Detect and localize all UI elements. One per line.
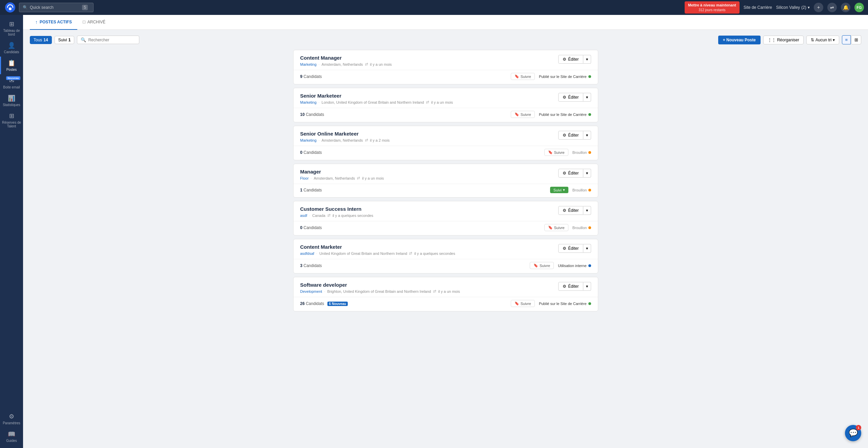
sidebar-item-params[interactable]: ⚙ Paramètres (0, 410, 23, 428)
bookmark-icon-5: 🔖 (548, 225, 553, 230)
chat-widget[interactable]: 💬 1 (845, 425, 861, 441)
new-badge-mailbox: Nouveau (6, 76, 20, 80)
job-title-4[interactable]: Manager (300, 169, 384, 175)
sidebar-item-guides[interactable]: 📖 Guides (0, 428, 23, 445)
status-badge-5: Brouillon (572, 226, 591, 230)
suivre-label-5: Suivre (554, 226, 565, 230)
job-search-wrap[interactable]: 🔍 (77, 36, 139, 44)
sort-button[interactable]: ⇅ Aucun tri ▾ (806, 36, 839, 44)
sidebar-item-stats[interactable]: 📊 Statistiques (0, 92, 23, 109)
candidates-count-7: 26 Candidats 6 Nouveau (300, 301, 348, 306)
job-actions-4: ⚙ Éditer ▾ (558, 169, 591, 178)
sidebar-item-candidates[interactable]: 👤 Candidats (0, 39, 23, 57)
job-dept-2: Marketing (300, 100, 317, 104)
candidates-suffix-3: Candidats (304, 150, 322, 155)
user-avatar[interactable]: FG (854, 3, 864, 12)
job-title-3[interactable]: Senior Online Marketeer (300, 131, 390, 137)
job-info-5: Customer Success Intern asdf · Canada ⇄ … (300, 206, 374, 218)
suivre-button-2[interactable]: 🔖 Suivre (511, 111, 535, 118)
notification-bell-icon[interactable]: 🔔 (841, 3, 850, 12)
logo[interactable] (4, 1, 16, 14)
edit-button-3[interactable]: ⚙ Éditer (558, 131, 583, 140)
sidebar-item-postes[interactable]: 📋 Postes (0, 57, 23, 74)
edit-dropdown-4[interactable]: ▾ (583, 169, 591, 178)
sidebar-item-reserves[interactable]: ⊞ Réserves de Talent (0, 109, 23, 131)
suivre-button-5[interactable]: 🔖 Suivre (544, 224, 568, 231)
sidebar-label-postes: Postes (6, 68, 17, 72)
job-meta-3: Marketing · Amsterdam, Netherlands ⇄ il … (300, 138, 390, 142)
job-location-1: Amsterdam, Netherlands (322, 62, 363, 66)
new-poste-button[interactable]: + Nouveau Poste (718, 36, 761, 44)
suivre-button-7[interactable]: 🔖 Suivre (511, 300, 535, 307)
job-card-4: Manager Floor · Amsterdam, Netherlands ⇄… (293, 164, 598, 198)
gear-icon-3: ⚙ (563, 133, 566, 138)
job-time-6: il y a quelques secondes (414, 251, 455, 256)
edit-dropdown-1[interactable]: ▾ (583, 55, 591, 64)
edit-button-7[interactable]: ⚙ Éditer (558, 282, 583, 291)
sidebar-label-guides: Guides (6, 439, 17, 443)
edit-dropdown-6[interactable]: ▾ (583, 244, 591, 253)
candidates-number-2: 10 (300, 112, 305, 117)
view-grid-button[interactable]: ⊞ (851, 35, 861, 44)
job-actions-3: ⚙ Éditer ▾ (558, 131, 591, 140)
status-label-2: Publié sur le Site de Carrière (539, 113, 587, 117)
status-badge-6: Utilisation interne (558, 264, 591, 268)
job-right-6: 🔖 Suivre Utilisation interne (530, 262, 591, 269)
job-title-5[interactable]: Customer Success Intern (300, 206, 374, 212)
job-title-1[interactable]: Content Manager (300, 55, 392, 61)
suivi-active-button-4[interactable]: Suivi ▾ (550, 187, 568, 193)
site-carriere-link[interactable]: Site de Carrière (744, 5, 772, 10)
edit-button-6[interactable]: ⚙ Éditer (558, 244, 583, 253)
list-view-icon: ≡ (845, 37, 848, 42)
edit-button-4[interactable]: ⚙ Éditer (558, 169, 583, 178)
quick-search-bar[interactable]: 🔍 Quick search 5 (19, 3, 94, 12)
edit-dropdown-3[interactable]: ▾ (583, 131, 591, 140)
job-title-6[interactable]: Content Marketer (300, 244, 455, 250)
tab-archive-label: ARCHIVÉ (87, 20, 105, 24)
sidebar-item-mailbox[interactable]: ✉ Boite email Nouveau (0, 74, 23, 92)
upgrade-button[interactable]: Mettre à niveau maintenant 312 jours res… (685, 1, 740, 13)
job-time-7: il y a un mois (438, 289, 460, 293)
tab-postes-actifs[interactable]: ↑ POSTES ACTIFS (30, 15, 77, 30)
svg-point-1 (9, 7, 12, 10)
gear-icon-2: ⚙ (563, 95, 566, 100)
gear-icon-4: ⚙ (563, 171, 566, 176)
candidates-suffix-4: Candidats (304, 188, 322, 192)
bookmark-icon-1: 🔖 (514, 74, 519, 79)
switch-icon-btn[interactable]: ⇌ (827, 3, 837, 12)
add-button[interactable]: ＋ (814, 3, 823, 12)
chat-badge: 1 (856, 425, 861, 430)
candidates-count-6: 3 Candidats (300, 263, 322, 268)
candidates-count-3: 0 Candidats (300, 150, 322, 155)
filter-suivi-button[interactable]: Suivi 1 (55, 36, 75, 44)
job-meta-7: Development · Brighton, United Kingdom o… (300, 289, 460, 293)
job-title-7[interactable]: Software developer (300, 282, 460, 288)
suivre-button-1[interactable]: 🔖 Suivre (511, 73, 535, 80)
reorganiser-button[interactable]: ⋮⋮ Réorganiser (763, 36, 804, 44)
workspace-selector[interactable]: Silicon Valley (2) ▾ (776, 5, 810, 10)
edit-button-5[interactable]: ⚙ Éditer (558, 206, 583, 215)
sidebar-item-dashboard[interactable]: ⊞ Tableau de bord (0, 18, 23, 39)
candidates-suffix-5: Candidats (304, 225, 322, 230)
view-list-button[interactable]: ≡ (842, 35, 851, 44)
edit-label-6: Éditer (568, 246, 579, 251)
guides-icon: 📖 (8, 430, 15, 438)
suivre-button-3[interactable]: 🔖 Suivre (544, 149, 568, 156)
suivi-label-4: Suivi (553, 188, 562, 192)
filter-tous-button[interactable]: Tous 14 (30, 36, 52, 44)
suivre-button-6[interactable]: 🔖 Suivre (530, 262, 554, 269)
candidates-suffix-1: Candidats (304, 74, 322, 79)
job-meta-4: Floor · Amsterdam, Netherlands ⇄ il y a … (300, 176, 384, 180)
edit-dropdown-2[interactable]: ▾ (583, 93, 591, 102)
edit-dropdown-5[interactable]: ▾ (583, 206, 591, 215)
job-dept-1: Marketing (300, 62, 317, 66)
edit-button-2[interactable]: ⚙ Éditer (558, 93, 583, 102)
edit-dropdown-7[interactable]: ▾ (583, 282, 591, 291)
tous-label: Tous (34, 38, 42, 42)
job-title-2[interactable]: Senior Marketeer (300, 93, 453, 99)
edit-button-1[interactable]: ⚙ Éditer (558, 55, 583, 64)
top-navigation: 🔍 Quick search 5 Mettre à niveau mainten… (0, 0, 868, 15)
job-search-input[interactable] (88, 38, 136, 42)
filter-bar-right: + Nouveau Poste ⋮⋮ Réorganiser ⇅ Aucun t… (718, 35, 861, 44)
tab-archive[interactable]: □ ARCHIVÉ (77, 15, 111, 30)
